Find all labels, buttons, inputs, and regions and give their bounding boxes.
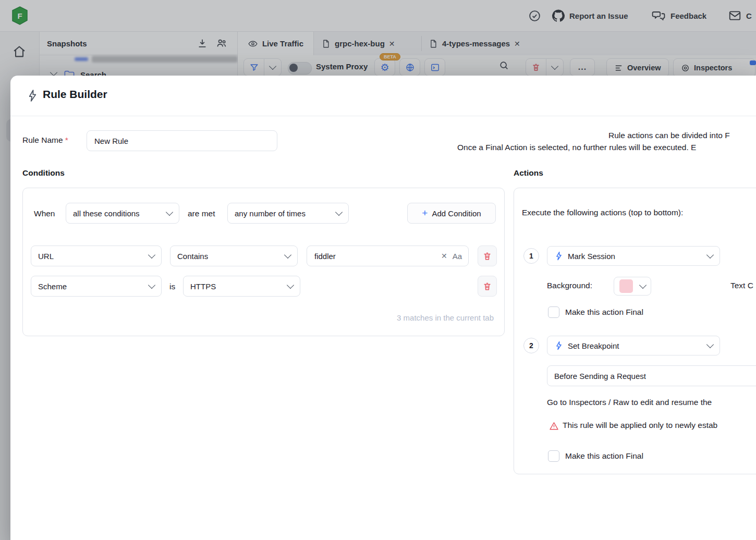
rule-builder-lightning-icon xyxy=(26,89,39,102)
action2-final-label: Make this action Final xyxy=(565,451,643,461)
plus-icon: + xyxy=(422,208,428,218)
action1-final-checkbox[interactable] xyxy=(548,306,559,318)
condition2-joiner-label: is xyxy=(169,282,175,291)
required-asterisk: * xyxy=(65,136,68,144)
rule-builder-modal: Rule Builder Rule Name * Rule actions ca… xyxy=(10,76,756,540)
when-label: When xyxy=(34,209,55,218)
case-sensitive-toggle[interactable]: Aa xyxy=(453,252,462,261)
condition1-delete-button[interactable] xyxy=(478,246,497,266)
chevron-down-icon xyxy=(166,208,173,215)
lightning-icon xyxy=(554,251,564,261)
background-color-dropdown[interactable] xyxy=(614,277,651,296)
condition1-value-field[interactable]: ✕ Aa xyxy=(307,246,469,266)
action1-final-label: Make this action Final xyxy=(565,308,643,317)
condition1-field-value: URL xyxy=(38,252,54,261)
action1-type-value: Mark Session xyxy=(568,252,703,261)
action2-type-dropdown[interactable]: Set Breakpoint xyxy=(547,336,720,355)
chevron-down-icon xyxy=(639,281,647,288)
modal-title: Rule Builder xyxy=(43,88,107,101)
breakpoint-phase-dropdown[interactable]: Before Sending a Request xyxy=(547,365,756,386)
match-type-value: all these conditions xyxy=(73,209,140,218)
breakpoint-warning-text: This rule will be applied only to newly … xyxy=(563,421,717,430)
background-label: Background: xyxy=(547,281,592,290)
add-condition-label: Add Condition xyxy=(432,209,481,218)
condition1-operator-value: Contains xyxy=(177,252,208,261)
rule-info-line1: Rule actions can be divided into F xyxy=(608,131,730,140)
rule-name-input[interactable] xyxy=(93,136,271,146)
rule-name-field[interactable] xyxy=(87,130,277,151)
warning-icon xyxy=(549,421,559,431)
breakpoint-hint-text: Go to Inspectors / Raw to edit and resum… xyxy=(547,398,712,407)
condition1-value-input[interactable] xyxy=(313,251,436,261)
frequency-value: any number of times xyxy=(235,209,306,218)
trash-icon xyxy=(482,281,492,291)
frequency-dropdown[interactable]: any number of times xyxy=(227,203,349,224)
action1-type-dropdown[interactable]: Mark Session xyxy=(547,246,720,266)
chevron-down-icon xyxy=(287,281,294,288)
app-window: F Report an Issue Feedback xyxy=(0,0,756,540)
are-met-label: are met xyxy=(188,209,215,218)
match-type-dropdown[interactable]: all these conditions xyxy=(66,203,179,224)
action2-final-checkbox[interactable] xyxy=(548,450,559,462)
chevron-down-icon xyxy=(284,251,291,258)
breakpoint-phase-value: Before Sending a Request xyxy=(554,372,646,381)
action2-index-badge: 2 xyxy=(523,338,539,353)
chevron-down-icon xyxy=(335,208,343,215)
condition2-value: HTTPS xyxy=(190,282,216,291)
actions-panel: Execute the following actions (top to bo… xyxy=(514,188,756,474)
action1-index-badge: 1 xyxy=(523,248,539,264)
clear-value-icon[interactable]: ✕ xyxy=(441,252,447,260)
chevron-down-icon xyxy=(148,281,155,288)
condition2-field-dropdown[interactable]: Scheme xyxy=(31,276,162,297)
color-swatch xyxy=(619,279,633,293)
trash-icon xyxy=(482,251,492,261)
condition2-value-dropdown[interactable]: HTTPS xyxy=(183,276,300,297)
action2-type-value: Set Breakpoint xyxy=(568,341,703,350)
chevron-down-icon xyxy=(148,251,155,258)
matches-count-text: 3 matches in the current tab xyxy=(397,313,494,322)
condition1-operator-dropdown[interactable]: Contains xyxy=(170,246,298,266)
modal-header-divider xyxy=(10,116,756,116)
text-color-label: Text C xyxy=(730,281,753,290)
condition2-field-value: Scheme xyxy=(38,282,67,291)
rule-name-label: Rule Name * xyxy=(22,136,68,145)
conditions-panel: When all these conditions are met any nu… xyxy=(22,188,505,336)
actions-section-label: Actions xyxy=(514,168,543,178)
lightning-icon xyxy=(554,341,564,350)
condition2-delete-button[interactable] xyxy=(478,276,497,297)
execute-actions-label: Execute the following actions (top to bo… xyxy=(522,208,683,217)
condition1-field-dropdown[interactable]: URL xyxy=(31,246,162,266)
conditions-section-label: Conditions xyxy=(22,168,65,178)
chevron-down-icon xyxy=(706,340,714,348)
chevron-down-icon xyxy=(706,251,714,258)
rule-info-line2: Once a Final Action is selected, no furt… xyxy=(457,143,696,152)
add-condition-button[interactable]: + Add Condition xyxy=(407,203,496,224)
